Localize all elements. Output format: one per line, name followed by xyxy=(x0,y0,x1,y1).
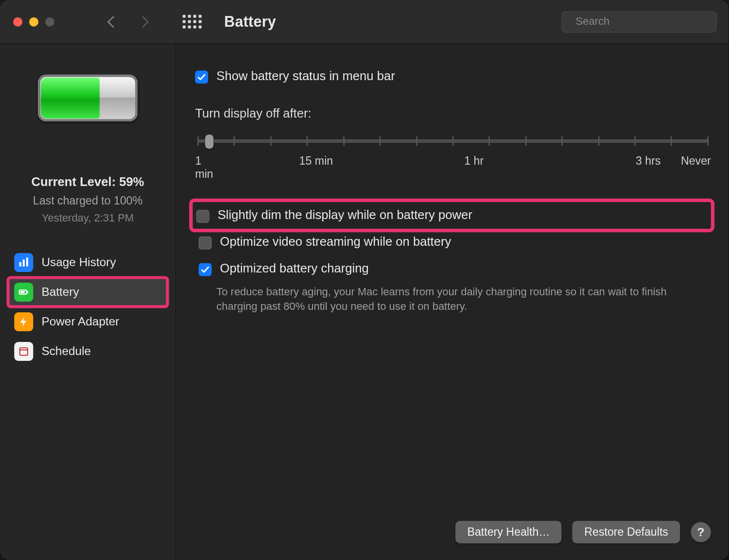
svg-rect-3 xyxy=(23,259,25,266)
power-adapter-icon xyxy=(14,312,33,331)
battery-health-button[interactable]: Battery Health… xyxy=(455,521,562,543)
current-level: Current Level: 59% xyxy=(32,172,144,192)
display-off-slider[interactable]: 1 min 15 min 1 hr 3 hrs Never xyxy=(195,129,711,181)
svg-rect-4 xyxy=(26,257,28,266)
svg-rect-8 xyxy=(20,348,28,355)
forward-button[interactable] xyxy=(137,16,149,27)
slider-label: Never xyxy=(681,154,711,181)
optimize-video-row[interactable]: Optimize video streaming while on batter… xyxy=(195,232,711,252)
battery-icon xyxy=(38,75,138,121)
dim-display-row[interactable]: Slightly dim the display while on batter… xyxy=(193,202,711,229)
turn-off-label: Turn display off after: xyxy=(195,106,711,120)
dim-display-checkbox[interactable] xyxy=(196,210,209,223)
sidebar-item-label: Power Adapter xyxy=(41,315,119,328)
show-all-button[interactable] xyxy=(183,15,202,29)
slider-labels: 1 min 15 min 1 hr 3 hrs Never xyxy=(195,154,711,181)
close-button[interactable] xyxy=(13,17,23,27)
slider-label: 1 min xyxy=(195,154,213,181)
traffic-lights xyxy=(13,17,54,27)
zoom-button[interactable] xyxy=(45,17,55,27)
show-status-checkbox[interactable] xyxy=(195,70,208,84)
last-charged-label: Last charged to 100% xyxy=(32,192,144,209)
slider-ticks xyxy=(197,136,709,146)
dim-display-label: Slightly dim the display while on batter… xyxy=(218,208,472,222)
sidebar-item-power-adapter[interactable]: Power Adapter xyxy=(8,307,167,336)
titlebar: Battery xyxy=(0,0,729,44)
sidebar-item-usage-history[interactable]: Usage History xyxy=(8,248,167,277)
usage-history-icon xyxy=(14,253,33,272)
sidebar-item-label: Schedule xyxy=(41,344,91,358)
optimize-video-label: Optimize video streaming while on batter… xyxy=(220,235,451,249)
svg-rect-6 xyxy=(27,291,28,293)
back-button[interactable] xyxy=(107,16,119,27)
help-button[interactable]: ? xyxy=(691,522,711,542)
optimized-charging-desc: To reduce battery aging, your Mac learns… xyxy=(216,285,696,314)
last-charged-time: Yesterday, 2:31 PM xyxy=(32,210,144,227)
show-status-label: Show battery status in menu bar xyxy=(216,69,395,83)
slider-track[interactable] xyxy=(197,139,709,143)
optimize-video-checkbox[interactable] xyxy=(199,237,212,250)
battery-nav-icon xyxy=(14,283,33,302)
sidebar-item-battery[interactable]: Battery xyxy=(8,278,167,306)
slider-label: 3 hrs xyxy=(636,154,661,181)
optimized-charging-row[interactable]: Optimized battery charging xyxy=(195,259,711,278)
sidebar: Current Level: 59% Last charged to 100% … xyxy=(0,44,176,560)
optimized-charging-label: Optimized battery charging xyxy=(220,261,369,275)
slider-label: 1 hr xyxy=(464,154,484,181)
nav-arrows xyxy=(109,17,147,26)
svg-rect-2 xyxy=(19,262,21,266)
sidebar-item-schedule[interactable]: Schedule xyxy=(8,337,167,366)
battery-fill xyxy=(41,78,100,119)
search-input[interactable] xyxy=(574,15,714,29)
footer-buttons: Battery Health… Restore Defaults ? xyxy=(195,521,711,545)
main-panel: Show battery status in menu bar Turn dis… xyxy=(176,44,729,560)
search-field[interactable] xyxy=(561,11,717,33)
schedule-icon xyxy=(14,342,33,361)
slider-thumb[interactable] xyxy=(205,135,213,149)
slider-label: 15 min xyxy=(299,154,333,181)
restore-defaults-button[interactable]: Restore Defaults xyxy=(573,521,680,543)
sidebar-nav: Usage History Battery Power Adapter xyxy=(0,248,175,366)
svg-rect-7 xyxy=(20,291,25,293)
sidebar-item-label: Battery xyxy=(41,285,79,299)
window-title: Battery xyxy=(224,13,276,30)
minimize-button[interactable] xyxy=(29,17,39,27)
sidebar-item-label: Usage History xyxy=(41,255,116,269)
show-status-row[interactable]: Show battery status in menu bar xyxy=(195,69,711,84)
system-preferences-window: Battery Current Level: xyxy=(0,0,729,560)
optimized-charging-checkbox[interactable] xyxy=(199,263,212,276)
battery-stats: Current Level: 59% Last charged to 100% … xyxy=(32,172,144,227)
